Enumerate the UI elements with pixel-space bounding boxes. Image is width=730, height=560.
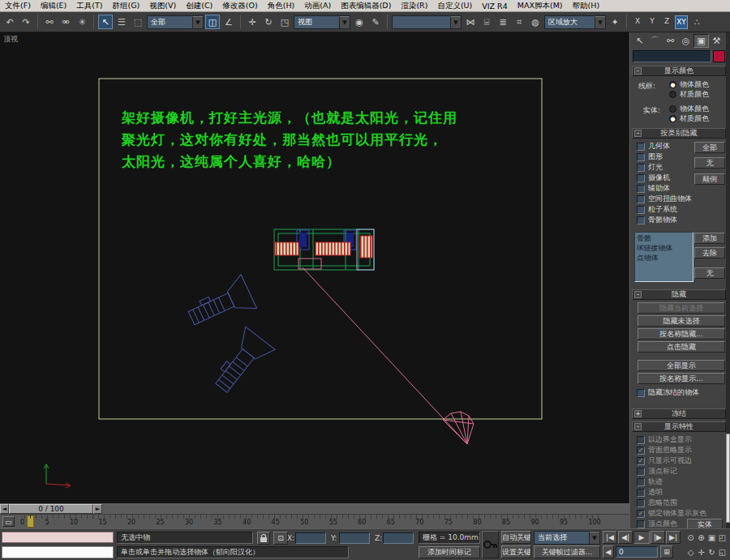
chevron-down-icon[interactable]: ▼	[450, 16, 461, 28]
arc-rotate-icon[interactable]: ↻	[706, 545, 717, 558]
rollout-freeze[interactable]: + 冻结	[632, 408, 726, 419]
select-by-name-icon[interactable]: ☰	[114, 15, 129, 29]
camera-object-1[interactable]	[183, 275, 256, 336]
axis-constraint-x-button[interactable]: X	[631, 15, 644, 29]
hide-unselected-button[interactable]: 隐藏未选择	[638, 315, 725, 327]
wireframe-material-color-radio[interactable]: 材质颜色	[664, 89, 709, 100]
checkbox[interactable]	[637, 520, 645, 528]
x-coord-field[interactable]	[295, 532, 326, 544]
maxscript-macro-recorder[interactable]	[2, 532, 114, 543]
menu-animation[interactable]: 动画(A)	[299, 1, 336, 11]
maxscript-mini-listener[interactable]	[2, 546, 114, 558]
menu-modifiers[interactable]: 修改器(O)	[217, 1, 262, 11]
checkbox[interactable]	[637, 185, 645, 193]
expand-icon[interactable]: +	[634, 410, 642, 417]
viewport-canvas[interactable]: 顶视 架好摄像机，打好主光源，（也就是太阳光，记住用 聚光灯，这对你有好处，那当…	[0, 32, 629, 503]
next-frame-button[interactable]: |▶	[651, 531, 665, 544]
selection-filter-dropdown[interactable]: 全部 ▼	[147, 15, 204, 29]
floor-plan-object[interactable]	[274, 229, 374, 270]
checkbox[interactable]	[637, 499, 645, 507]
list-item[interactable]: IK链接物体	[637, 243, 691, 253]
tab-modify-icon[interactable]: ⌒	[647, 34, 663, 48]
zoom-mode-dropdown[interactable]: 区域放大 ▼	[544, 15, 606, 29]
prop-trajectory[interactable]: 轨迹	[632, 477, 726, 487]
go-to-start-button[interactable]: |◀	[603, 531, 617, 544]
selection-lock-toggle[interactable]	[257, 532, 270, 545]
prop-see-through[interactable]: 透明	[632, 487, 726, 498]
next-frame-arrow-icon[interactable]: ►	[93, 504, 102, 514]
unhide-by-name-button[interactable]: 按名称显示...	[638, 373, 725, 384]
hide-selected-button[interactable]: 隐藏当前选择	[638, 302, 725, 314]
checkbox[interactable]: ✓	[637, 510, 645, 518]
render-icon[interactable]: ✦	[608, 15, 622, 29]
category-none-button[interactable]: 无	[694, 157, 725, 169]
prop-edges-only[interactable]: ✓只显示可视边	[632, 455, 726, 466]
time-slider-handle[interactable]: 0 / 100	[9, 504, 93, 514]
layer-manager-icon[interactable]: ≣	[496, 15, 510, 29]
checkbox[interactable]	[637, 206, 645, 214]
collapse-icon[interactable]: -	[634, 67, 642, 75]
mirror-icon[interactable]: ⋈	[463, 15, 478, 29]
checkbox[interactable]	[637, 436, 645, 444]
checkbox[interactable]	[637, 478, 645, 486]
selection-set-dropdown[interactable]: 当前选择 ▼	[534, 531, 600, 545]
set-key-button[interactable]: 设置关键帧	[501, 545, 531, 558]
chevron-down-icon[interactable]: ▼	[595, 16, 605, 28]
checkbox[interactable]	[637, 216, 645, 224]
time-slider[interactable]: ◄ 0 / 100 ►	[0, 503, 629, 514]
align-icon[interactable]: ⌸	[479, 15, 494, 29]
play-button[interactable]: ▶	[633, 531, 650, 544]
collapse-icon[interactable]: -	[634, 130, 642, 137]
menu-customize[interactable]: 自定义(U)	[432, 1, 477, 11]
key-mode-toggle[interactable]: ◀	[603, 545, 614, 558]
time-config-button[interactable]: ⊞	[660, 545, 673, 558]
hide-by-name-button[interactable]: 按名称隐藏...	[638, 328, 725, 340]
checkbox[interactable]	[637, 153, 645, 161]
rect-selection-region-icon[interactable]: ⬚	[131, 15, 145, 29]
prop-backface-cull[interactable]: ✓背面忽略显示	[632, 445, 726, 455]
collapse-icon[interactable]: -	[634, 423, 642, 430]
tab-motion-icon[interactable]: ◎	[678, 34, 694, 48]
mini-trackview-button[interactable]: ▭	[2, 516, 15, 527]
window-crossing-toggle-icon[interactable]: ◫	[205, 15, 220, 29]
menu-views[interactable]: 视图(V)	[144, 1, 181, 11]
panel-scrollbar-thumb[interactable]	[726, 434, 730, 523]
tab-create-icon[interactable]: ↖	[632, 34, 647, 48]
category-invert-button[interactable]: 颠倒	[694, 173, 725, 185]
rotate-icon[interactable]: ↻	[261, 15, 276, 29]
category-all-button[interactable]: 全部	[694, 142, 725, 153]
prop-display-as-box[interactable]: 以边界盒显示	[632, 434, 726, 445]
checkbox[interactable]: ✓	[637, 447, 645, 455]
undo-icon[interactable]: ↶	[2, 15, 17, 29]
go-to-end-button[interactable]: ▶|	[666, 531, 681, 544]
zoom-all-icon[interactable]: ⊕	[696, 531, 706, 544]
chevron-down-icon[interactable]: ▼	[589, 532, 599, 544]
object-name-field[interactable]	[633, 50, 711, 62]
checkbox[interactable]	[637, 174, 645, 182]
axis-constraint-y-button[interactable]: Y	[646, 15, 659, 29]
category-remove-button[interactable]: 去除	[694, 247, 725, 259]
auto-key-toggle-button[interactable]	[482, 531, 499, 558]
key-filters-button[interactable]: 关键帧过滤器...	[534, 545, 600, 558]
rollout-display-color[interactable]: - 显示颜色	[632, 66, 726, 76]
category-add-button[interactable]: 添加	[694, 233, 725, 244]
category-bones[interactable]: 骨骼物体	[632, 215, 726, 225]
viewport-name-label[interactable]: 顶视	[3, 34, 18, 45]
menu-character[interactable]: 角色(H)	[263, 1, 300, 11]
hide-by-hit-button[interactable]: 点击隐藏	[638, 341, 725, 353]
absolute-offset-toggle[interactable]: ⊡	[273, 532, 288, 545]
menu-create[interactable]: 创建(C)	[181, 1, 217, 11]
snap-percent-icon[interactable]: ∴	[689, 15, 704, 29]
add-time-tag-button[interactable]: 添加时间标记	[419, 546, 480, 558]
menu-edit[interactable]: 编辑(E)	[36, 1, 71, 11]
checkbox[interactable]	[637, 195, 645, 203]
reference-coordinate-dropdown[interactable]: 视图 ▼	[294, 15, 350, 29]
list-item[interactable]: 骨骼	[637, 233, 691, 243]
object-color-swatch[interactable]	[713, 50, 725, 62]
menu-maxscript[interactable]: MAX脚本(M)	[513, 1, 568, 11]
unhide-all-button[interactable]: 全部显示	[638, 360, 725, 371]
rollout-hide[interactable]: - 隐藏	[632, 289, 726, 300]
unlink-icon[interactable]: ⚮	[58, 15, 73, 29]
collapse-icon[interactable]: -	[634, 291, 642, 298]
tab-utilities-icon[interactable]: ⚒	[709, 34, 724, 48]
